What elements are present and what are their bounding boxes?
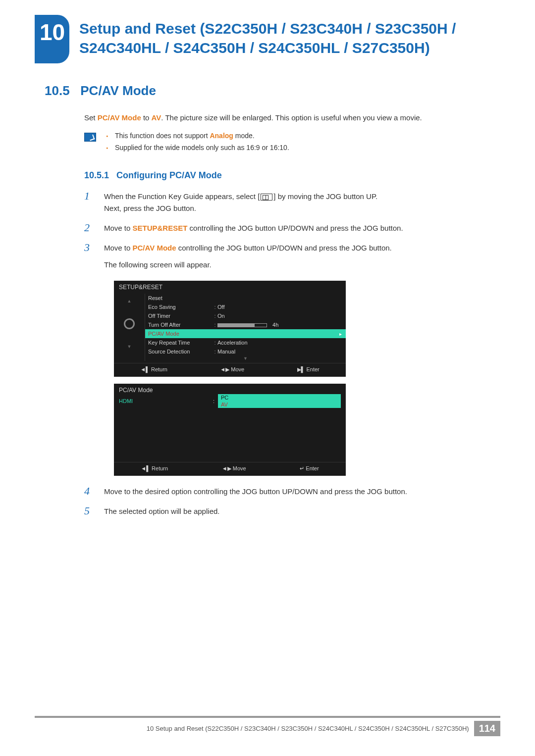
osd-option-av[interactable]: AV bbox=[218, 401, 341, 408]
gear-icon bbox=[124, 318, 135, 329]
osd-label: Eco Saving bbox=[148, 304, 213, 310]
chevron-right-icon: ▸ bbox=[339, 331, 342, 337]
highlight-setup-reset: SETUP&RESET bbox=[133, 224, 188, 232]
osd-value: Manual bbox=[217, 349, 341, 354]
text: When the Function Key Guide appears, sel… bbox=[104, 192, 260, 201]
text: The following screen will appear. bbox=[104, 259, 500, 271]
osd-value: Off bbox=[217, 304, 341, 310]
text: controlling the JOG button UP/DOWN and p… bbox=[176, 244, 392, 252]
osd-row-reset[interactable]: Reset bbox=[145, 294, 346, 302]
osd-value: 4h bbox=[272, 322, 278, 328]
highlight-pc-av-mode: PC/AV Mode bbox=[133, 244, 176, 252]
osd-row-pc-av-mode[interactable]: PC/AV Mode ▸ bbox=[145, 329, 346, 338]
text: Next, press the JOG button. bbox=[104, 204, 196, 212]
osd-label: Off Timer bbox=[148, 313, 213, 319]
text: Set bbox=[84, 113, 98, 122]
step-number: 4 bbox=[84, 486, 94, 498]
step-3: 3 Move to PC/AV Mode controlling the JOG… bbox=[84, 242, 500, 271]
subsection-heading: 10.5.1 Configuring PC/AV Mode bbox=[84, 170, 500, 181]
osd-hint-enter: ↵ Enter bbox=[300, 465, 319, 472]
text: Move to bbox=[104, 224, 133, 232]
step-4: 4 Move to the desired option controlling… bbox=[84, 486, 500, 498]
text: This function does not support bbox=[115, 132, 210, 140]
text: mode. bbox=[233, 132, 255, 140]
chapter-number-badge: 10 bbox=[35, 15, 69, 63]
osd-title: SETUP&RESET bbox=[114, 281, 346, 294]
osd-value: On bbox=[217, 313, 341, 319]
step-number: 1 bbox=[84, 191, 94, 214]
chapter-header: 10 Setup and Reset (S22C350H / S23C340H … bbox=[35, 15, 500, 63]
note-block: This function does not support Analog mo… bbox=[84, 132, 500, 155]
highlight-av: AV bbox=[152, 113, 161, 122]
osd-hint-move: ◄▶ Move bbox=[222, 465, 246, 472]
text: to bbox=[141, 113, 152, 122]
osd-label: Turn Off After bbox=[148, 322, 213, 328]
section-title: PC/AV Mode bbox=[80, 83, 156, 98]
step-number: 5 bbox=[84, 505, 94, 517]
note-item: This function does not support Analog mo… bbox=[106, 132, 289, 140]
step-5: 5 The selected option will be applied. bbox=[84, 505, 500, 517]
osd-row-eco-saving[interactable]: Eco Saving : Off bbox=[145, 302, 346, 311]
progress-bar bbox=[217, 323, 267, 327]
page-number: 114 bbox=[474, 721, 500, 736]
text: . The picture size will be enlarged. Thi… bbox=[161, 113, 422, 122]
osd-footer: ◄▌ Return ◄▶ Move ▶▌ Enter bbox=[114, 363, 346, 376]
osd-hint-enter: ▶▌ Enter bbox=[297, 366, 320, 373]
osd-row-off-timer[interactable]: Off Timer : On bbox=[145, 311, 346, 320]
osd-value: Acceleration bbox=[217, 340, 341, 346]
osd-label: PC/AV Mode bbox=[148, 331, 213, 337]
osd-hint-move: ◄▶ Move bbox=[220, 366, 244, 373]
highlight-analog: Analog bbox=[210, 132, 233, 140]
step-number: 2 bbox=[84, 222, 94, 234]
subsection-number: 10.5.1 bbox=[84, 170, 109, 180]
subsection-title: Configuring PC/AV Mode bbox=[116, 170, 222, 180]
intro-paragraph: Set PC/AV Mode to AV. The picture size w… bbox=[84, 113, 500, 122]
osd-pc-av-mode: PC/AV Mode HDMI : PC AV ◄▌ Return ◄▶ Mov… bbox=[114, 384, 346, 476]
osd-label: HDMI bbox=[119, 398, 213, 404]
osd-label: Key Repeat Time bbox=[148, 340, 213, 346]
text: Move to bbox=[104, 244, 133, 252]
text: ] by moving the JOG button UP. bbox=[273, 192, 377, 201]
menu-icon bbox=[261, 194, 272, 201]
section-heading: 10.5 PC/AV Mode bbox=[45, 83, 500, 99]
osd-hint-return: ◄▌ Return bbox=[141, 465, 168, 472]
osd-hint-return: ◄▌ Return bbox=[140, 366, 167, 373]
osd-row-turn-off-after[interactable]: Turn Off After : 4h bbox=[145, 320, 346, 329]
osd-option-pc[interactable]: PC bbox=[218, 394, 341, 401]
osd-footer: ◄▌ Return ◄▶ Move ↵ Enter bbox=[114, 462, 346, 475]
footer-text: 10 Setup and Reset (S22C350H / S23C340H … bbox=[147, 725, 469, 732]
osd-setup-reset: SETUP&RESET ▲ ▼ Reset Eco Saving : Off bbox=[114, 281, 346, 377]
page-footer: 10 Setup and Reset (S22C350H / S23C340H … bbox=[35, 716, 500, 736]
osd-row-key-repeat-time[interactable]: Key Repeat Time : Acceleration bbox=[145, 338, 346, 347]
highlight-pc-av-mode: PC/AV Mode bbox=[98, 113, 141, 122]
step-1: 1 When the Function Key Guide appears, s… bbox=[84, 191, 500, 214]
note-item: Supplied for the wide models only such a… bbox=[106, 144, 289, 151]
osd-row-source-detection[interactable]: Source Detection : Manual bbox=[145, 347, 346, 356]
step-2: 2 Move to SETUP&RESET controlling the JO… bbox=[84, 222, 500, 234]
note-icon bbox=[84, 133, 96, 142]
text: The selected option will be applied. bbox=[104, 505, 500, 517]
text: controlling the JOG button UP/DOWN and p… bbox=[187, 224, 403, 232]
osd-label: Source Detection bbox=[148, 349, 213, 354]
section-number: 10.5 bbox=[45, 83, 70, 98]
osd-row-hdmi[interactable]: HDMI : PC AV bbox=[114, 397, 346, 405]
text: Move to the desired option controlling t… bbox=[104, 486, 500, 498]
osd-label: Reset bbox=[148, 295, 213, 301]
chapter-title: Setup and Reset (S22C350H / S23C340H / S… bbox=[79, 19, 500, 57]
step-number: 3 bbox=[84, 242, 94, 271]
